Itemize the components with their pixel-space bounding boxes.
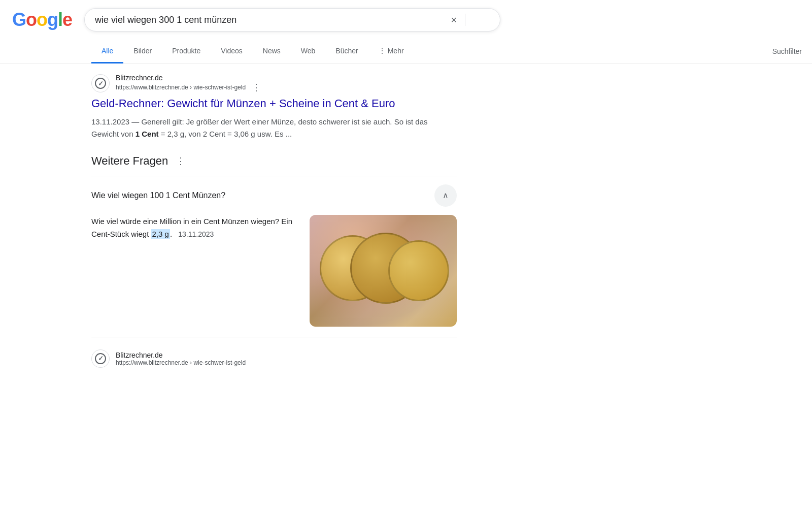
clear-icon: × [451,14,457,26]
tab-buecher[interactable]: Bücher [325,40,368,64]
frage-answer-text-1: Wie viel würde eine Million in ein Cent … [91,215,297,241]
checkmark-icon-2: ✓ [98,355,104,362]
suchfilter-button[interactable]: Suchfilter [762,40,812,62]
source-info-2: Blitzrechner.de https://www.blitzrechner… [116,351,246,366]
weitere-fragen-section: Weitere Fragen ⋮ Wie viel wiegen 100 1 C… [91,154,457,337]
chevron-up-icon: ∧ [443,190,449,200]
nav-tabs: Alle Bilder Produkte Videos News Web Büc… [0,40,812,64]
tab-buecher-label: Bücher [335,47,358,55]
logo-o1: o [26,9,37,30]
answer-date: 13.11.2023 [178,230,214,238]
search-bar-icons: × [451,14,490,26]
google-logo[interactable]: Google [12,9,72,30]
tab-alle[interactable]: Alle [91,40,123,64]
source-info-1: Blitzrechner.de https://www.blitzrechner… [116,74,261,93]
weitere-fragen-options[interactable]: ⋮ [176,155,185,167]
mehr-dots-icon: ⋮ [379,47,386,55]
result-options-1[interactable]: ⋮ [252,82,261,93]
snippet-date-1: 13.11.2023 [91,117,129,126]
snippet-suffix-1: = 2,3 g, von 2 Cent = 3,06 g usw. Es ... [161,130,292,138]
frage-text-1: Wie viel wiegen 100 1 Cent Münzen? [91,191,225,200]
coin-stack [310,215,457,327]
result-title-1[interactable]: Geld-Rechner: Gewicht für Münzen + Schei… [91,96,457,112]
site-icon-1: ✓ [91,74,110,92]
source-url-1: https://www.blitzrechner.de › wie-schwer… [116,82,261,93]
tab-web[interactable]: Web [291,40,326,64]
tab-produkte-label: Produkte [172,47,200,55]
source-name-2: Blitzrechner.de [116,351,246,359]
url-text-2: https://www.blitzrechner.de › wie-schwer… [116,359,246,366]
result-source-2: ✓ Blitzrechner.de https://www.blitzrechn… [91,350,457,368]
frage-answer-1: Wie viel würde eine Million in ein Cent … [91,215,457,337]
tab-alle-label: Alle [101,47,113,55]
tab-mehr[interactable]: ⋮ Mehr [368,40,414,64]
search-input[interactable] [95,15,445,25]
weitere-fragen-header: Weitere Fragen ⋮ [91,154,457,168]
source-url-2: https://www.blitzrechner.de › wie-schwer… [116,359,246,366]
tab-news-label: News [263,47,281,55]
clear-button[interactable]: × [451,14,457,26]
search-divider [465,14,465,26]
checkmark-icon: ✓ [98,80,104,87]
logo-o2: o [37,9,47,30]
main-content: ✓ Blitzrechner.de https://www.blitzrechn… [0,64,457,392]
answer-suffix: . [170,230,172,238]
tab-mehr-label: Mehr [388,47,404,55]
search-bar-wrapper: × [84,8,500,31]
coin-3 [388,240,449,301]
tab-videos[interactable]: Videos [211,40,253,64]
result-snippet-1: 13.11.2023 — Generell gilt: Je größer de… [91,116,457,140]
frage-question-1[interactable]: Wie viel wiegen 100 1 Cent Münzen? ∧ [91,176,457,215]
logo-g: G [12,9,26,30]
answer-highlight: 2,3 g [151,229,170,239]
url-text-1: https://www.blitzrechner.de › wie-schwer… [116,84,246,91]
logo-l: l [58,9,62,30]
snippet-bold-1: 1 Cent [136,130,159,138]
source-name-1: Blitzrechner.de [116,74,261,82]
search-bar: × [84,8,500,31]
search-result-2: ✓ Blitzrechner.de https://www.blitzrechn… [91,350,457,368]
tab-web-label: Web [301,47,316,55]
coin-image [310,215,457,327]
tab-bilder-label: Bilder [133,47,152,55]
site-icon-inner-2: ✓ [95,353,106,364]
tab-bilder[interactable]: Bilder [123,40,162,64]
weitere-fragen-title: Weitere Fragen [91,154,168,168]
tab-produkte[interactable]: Produkte [162,40,211,64]
tab-news[interactable]: News [253,40,291,64]
logo-e: e [62,9,72,30]
logo-g2: g [47,9,58,30]
frage-item-1: Wie viel wiegen 100 1 Cent Münzen? ∧ Wie… [91,176,457,337]
site-icon-inner-1: ✓ [95,78,106,89]
chevron-button-1[interactable]: ∧ [434,184,457,207]
search-result-1: ✓ Blitzrechner.de https://www.blitzrechn… [91,74,457,140]
result-source-1: ✓ Blitzrechner.de https://www.blitzrechn… [91,74,457,93]
header: Google × [0,0,812,40]
site-icon-2: ✓ [91,350,110,368]
tab-videos-label: Videos [221,47,243,55]
